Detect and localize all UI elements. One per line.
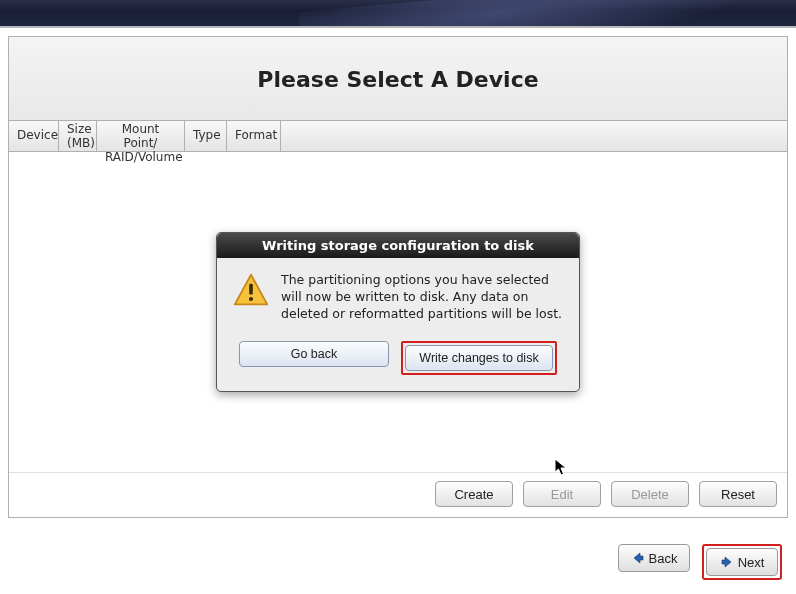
dialog-title: Writing storage configuration to disk	[217, 233, 579, 258]
table-header-row: Device Size (MB) Mount Point/ RAID/Volum…	[9, 120, 787, 152]
reset-button[interactable]: Reset	[699, 481, 777, 507]
svg-rect-3	[249, 284, 253, 295]
dialog-body: The partitioning options you have select…	[217, 258, 579, 331]
arrow-left-icon	[631, 551, 645, 565]
dialog-message: The partitioning options you have select…	[281, 272, 563, 323]
dialog-button-row: Go back Write changes to disk	[217, 331, 579, 391]
delete-button: Delete	[611, 481, 689, 507]
next-button[interactable]: Next	[706, 548, 778, 576]
top-banner	[0, 0, 796, 28]
create-button[interactable]: Create	[435, 481, 513, 507]
col-spacer	[281, 121, 787, 151]
wizard-nav: Back Next	[618, 544, 782, 580]
svg-marker-1	[722, 557, 731, 567]
col-type[interactable]: Type	[185, 121, 227, 151]
svg-marker-0	[634, 553, 643, 563]
col-mount[interactable]: Mount Point/ RAID/Volume	[97, 121, 185, 151]
go-back-button[interactable]: Go back	[239, 341, 389, 367]
col-format[interactable]: Format	[227, 121, 281, 151]
write-button-highlight: Write changes to disk	[401, 341, 557, 375]
edit-button: Edit	[523, 481, 601, 507]
svg-point-4	[249, 297, 253, 301]
back-label: Back	[649, 551, 678, 566]
arrow-right-icon	[720, 555, 734, 569]
write-confirm-dialog: Writing storage configuration to disk Th…	[216, 232, 580, 392]
warning-icon	[233, 272, 269, 323]
col-device[interactable]: Device	[9, 121, 59, 151]
write-changes-button[interactable]: Write changes to disk	[405, 345, 553, 371]
next-button-highlight: Next	[702, 544, 782, 580]
col-size[interactable]: Size (MB)	[59, 121, 97, 151]
back-button[interactable]: Back	[618, 544, 690, 572]
next-label: Next	[738, 555, 765, 570]
partition-action-row: Create Edit Delete Reset	[9, 472, 787, 517]
page-title: Please Select A Device	[9, 37, 787, 120]
